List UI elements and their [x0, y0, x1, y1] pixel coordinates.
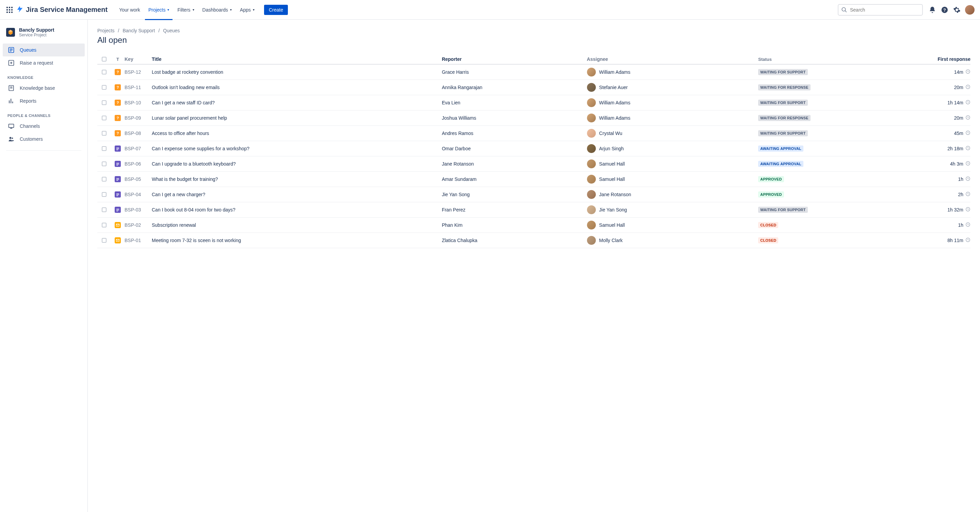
table-row[interactable]: BSP-07Can I expense some supplies for a …: [97, 141, 970, 156]
assignee-avatar[interactable]: [587, 205, 596, 214]
ticket-key[interactable]: BSP-10: [124, 100, 152, 105]
status-badge[interactable]: CLOSED: [758, 222, 778, 228]
status-badge[interactable]: APPROVED: [758, 176, 784, 182]
column-header-type[interactable]: T: [111, 57, 124, 62]
ticket-key[interactable]: BSP-11: [124, 85, 152, 90]
row-checkbox[interactable]: [102, 238, 107, 243]
nav-your-work[interactable]: Your work: [116, 5, 143, 14]
status-badge[interactable]: APPROVED: [758, 192, 784, 198]
assignee-avatar[interactable]: [587, 129, 596, 138]
row-checkbox[interactable]: [102, 146, 107, 151]
help-icon[interactable]: ?: [939, 5, 950, 15]
table-row[interactable]: ?BSP-09Lunar solar panel procurement hel…: [97, 111, 970, 126]
status-badge[interactable]: WAITING FOR RESPONSE: [758, 115, 811, 121]
settings-icon[interactable]: [951, 5, 962, 15]
assignee-avatar[interactable]: [587, 220, 596, 230]
row-checkbox[interactable]: [102, 162, 107, 166]
nav-apps[interactable]: Apps▾: [237, 5, 258, 14]
status-badge[interactable]: WAITING FOR RESPONSE: [758, 84, 811, 90]
ticket-key[interactable]: BSP-07: [124, 146, 152, 151]
row-checkbox[interactable]: [102, 116, 107, 120]
column-header-status[interactable]: Status: [758, 57, 930, 62]
user-avatar[interactable]: [965, 5, 975, 14]
row-checkbox[interactable]: [102, 70, 107, 75]
table-row[interactable]: ?BSP-11Outlook isn't loading new emailsA…: [97, 80, 970, 95]
ticket-title[interactable]: Lost badge at rocketry convention: [152, 69, 442, 75]
ticket-title[interactable]: Subscription renewal: [152, 222, 442, 228]
assignee-avatar[interactable]: [587, 98, 596, 107]
product-logo[interactable]: Jira Service Management: [16, 5, 108, 14]
table-row[interactable]: ?BSP-10Can I get a new staff ID card?Eva…: [97, 95, 970, 111]
column-header-reporter[interactable]: Reporter: [442, 56, 587, 62]
ticket-title[interactable]: Can I book out 8-04 room for two days?: [152, 207, 442, 212]
ticket-key[interactable]: BSP-09: [124, 115, 152, 121]
assignee-avatar[interactable]: [587, 83, 596, 92]
ticket-key[interactable]: BSP-01: [124, 238, 152, 243]
assignee-avatar[interactable]: [587, 144, 596, 153]
create-button[interactable]: Create: [264, 5, 288, 15]
row-checkbox[interactable]: [102, 85, 107, 90]
status-badge[interactable]: CLOSED: [758, 237, 778, 243]
table-row[interactable]: BSP-05What is the budget for training?Am…: [97, 172, 970, 187]
status-badge[interactable]: AWAITING APPROVAL: [758, 146, 803, 152]
search-input[interactable]: [838, 4, 923, 16]
breadcrumb-link[interactable]: Queues: [163, 28, 180, 33]
ticket-title[interactable]: Can I get a new charger?: [152, 192, 442, 197]
row-checkbox[interactable]: [102, 208, 107, 212]
sidebar-item-reports[interactable]: Reports: [3, 95, 85, 108]
row-checkbox[interactable]: [102, 177, 107, 182]
status-badge[interactable]: AWAITING APPROVAL: [758, 161, 803, 167]
sidebar-item-queues[interactable]: Queues: [3, 43, 85, 56]
ticket-key[interactable]: BSP-04: [124, 192, 152, 197]
project-header[interactable]: Bancly Support Service Project: [3, 26, 85, 43]
ticket-key[interactable]: BSP-12: [124, 69, 152, 75]
sidebar-item-customers[interactable]: Customers: [3, 133, 85, 146]
row-checkbox[interactable]: [102, 192, 107, 197]
nav-projects[interactable]: Projects▾: [145, 5, 173, 14]
sidebar-item-raise-request[interactable]: Raise a request: [3, 56, 85, 69]
status-badge[interactable]: WAITING FOR SUPPORT: [758, 100, 808, 106]
nav-dashboards[interactable]: Dashboards▾: [199, 5, 235, 14]
assignee-avatar[interactable]: [587, 159, 596, 168]
row-checkbox[interactable]: [102, 131, 107, 136]
table-row[interactable]: BSP-02Subscription renewalPhan KimSamuel…: [97, 217, 970, 233]
table-row[interactable]: BSP-03Can I book out 8-04 room for two d…: [97, 202, 970, 217]
select-all-checkbox[interactable]: [102, 57, 107, 62]
row-checkbox[interactable]: [102, 100, 107, 105]
table-row[interactable]: BSP-01Meeting room 7-32 is sceen is not …: [97, 233, 970, 248]
column-header-key[interactable]: Key: [124, 56, 152, 62]
ticket-title[interactable]: Can I get a new staff ID card?: [152, 100, 442, 105]
column-header-assignee[interactable]: Assignee: [587, 56, 759, 62]
ticket-key[interactable]: BSP-08: [124, 130, 152, 136]
table-row[interactable]: ?BSP-08Access to office after hoursAndre…: [97, 126, 970, 141]
ticket-key[interactable]: BSP-05: [124, 176, 152, 182]
table-row[interactable]: ?BSP-12Lost badge at rocketry convention…: [97, 65, 970, 80]
ticket-title[interactable]: What is the budget for training?: [152, 176, 442, 182]
sidebar-item-knowledge-base[interactable]: Knowledge base: [3, 82, 85, 95]
sidebar-item-channels[interactable]: Channels: [3, 120, 85, 133]
ticket-key[interactable]: BSP-02: [124, 222, 152, 228]
assignee-avatar[interactable]: [587, 236, 596, 245]
notifications-icon[interactable]: [927, 5, 938, 15]
assignee-avatar[interactable]: [587, 175, 596, 184]
app-switcher-icon[interactable]: [5, 6, 14, 14]
column-header-title[interactable]: Title: [152, 56, 442, 62]
ticket-title[interactable]: Meeting room 7-32 is sceen is not workin…: [152, 238, 442, 243]
assignee-avatar[interactable]: [587, 68, 596, 76]
breadcrumb-link[interactable]: Bancly Support: [123, 28, 155, 33]
ticket-key[interactable]: BSP-06: [124, 161, 152, 166]
ticket-title[interactable]: Lunar solar panel procurement help: [152, 115, 442, 121]
table-row[interactable]: BSP-06Can I upgrade to a bluetooth keybo…: [97, 156, 970, 172]
ticket-key[interactable]: BSP-03: [124, 207, 152, 212]
breadcrumb-link[interactable]: Projects: [97, 28, 115, 33]
status-badge[interactable]: WAITING FOR SUPPORT: [758, 69, 808, 75]
ticket-title[interactable]: Can I expense some supplies for a worksh…: [152, 146, 442, 151]
nav-filters[interactable]: Filters▾: [174, 5, 197, 14]
ticket-title[interactable]: Can I upgrade to a bluetooth keyboard?: [152, 161, 442, 166]
status-badge[interactable]: WAITING FOR SUPPORT: [758, 130, 808, 136]
status-badge[interactable]: WAITING FOR SUPPORT: [758, 207, 808, 213]
assignee-avatar[interactable]: [587, 114, 596, 122]
row-checkbox[interactable]: [102, 223, 107, 227]
table-row[interactable]: BSP-04Can I get a new charger?Jie Yan So…: [97, 187, 970, 202]
ticket-title[interactable]: Access to office after hours: [152, 130, 442, 136]
